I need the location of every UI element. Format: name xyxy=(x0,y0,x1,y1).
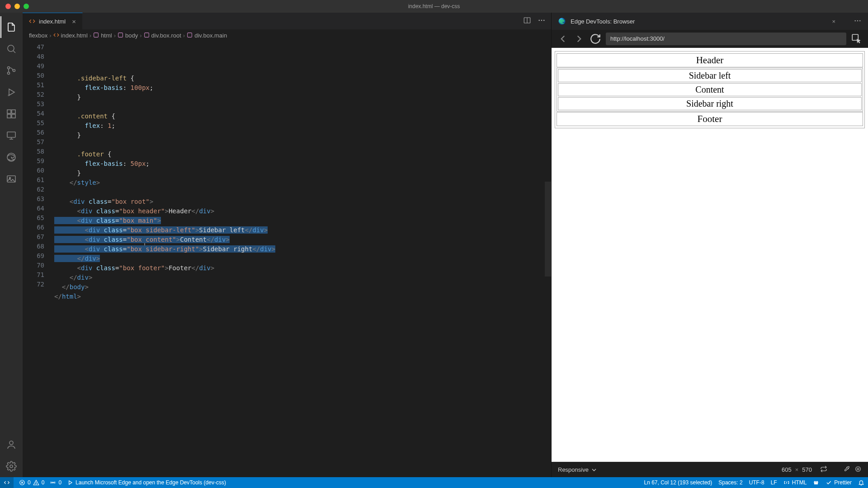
gallery-icon[interactable] xyxy=(0,168,22,190)
devtools-pane: Edge DevTools: Browser × Header Sidebar xyxy=(552,13,868,477)
svg-rect-10 xyxy=(12,114,15,118)
remote-explorer-icon[interactable] xyxy=(0,125,22,146)
preview-main: Sidebar left Content Sidebar right xyxy=(557,68,863,112)
dimension-x: × xyxy=(795,466,799,473)
preview-root: Header Sidebar left Content Sidebar righ… xyxy=(555,51,865,128)
encoding[interactable]: UTF-8 xyxy=(749,479,764,486)
maximize-window-button[interactable] xyxy=(24,4,29,9)
svg-point-6 xyxy=(8,94,9,96)
close-tab-icon[interactable]: × xyxy=(72,18,76,25)
extensions-icon[interactable] xyxy=(0,103,22,125)
breadcrumb-div-main: div.box.main xyxy=(187,32,227,39)
explorer-icon[interactable] xyxy=(0,16,22,38)
back-icon[interactable] xyxy=(557,33,569,45)
svg-point-21 xyxy=(538,20,540,21)
svg-rect-9 xyxy=(7,114,11,118)
devtools-header: Edge DevTools: Browser × xyxy=(552,13,868,30)
svg-point-18 xyxy=(10,465,13,468)
close-window-button[interactable] xyxy=(5,4,11,9)
breadcrumb-div-root: div.box.root xyxy=(144,32,181,39)
svg-rect-11 xyxy=(7,132,15,137)
svg-point-4 xyxy=(13,70,15,72)
responsive-dropdown[interactable]: Responsive xyxy=(558,466,598,474)
devtools-footer: Responsive 605 × 570 xyxy=(552,462,868,477)
inspect-icon[interactable] xyxy=(851,33,863,45)
settings-icon[interactable] xyxy=(0,455,22,477)
svg-rect-33 xyxy=(856,467,861,472)
viewport-height[interactable]: 570 xyxy=(802,466,812,473)
preview-viewport: Header Sidebar left Content Sidebar righ… xyxy=(552,48,868,462)
tab-bar: index.html × xyxy=(23,13,551,30)
indentation[interactable]: Spaces: 2 xyxy=(718,479,742,486)
svg-rect-25 xyxy=(118,33,123,37)
svg-point-23 xyxy=(543,20,545,21)
editor-pane: index.html × flexbox › index.html › html… xyxy=(23,13,552,477)
search-icon[interactable] xyxy=(0,38,22,60)
window-title: index.html — dev-css xyxy=(408,3,460,9)
svg-point-30 xyxy=(857,20,859,21)
preview-sidebar-left: Sidebar left xyxy=(558,69,862,82)
devtools-toggle-icon[interactable] xyxy=(854,465,862,474)
html-file-icon xyxy=(29,18,35,24)
status-bar: 0 0 0 Launch Microsoft Edge and open the… xyxy=(0,477,868,488)
window-controls xyxy=(5,4,29,9)
run-debug-icon[interactable] xyxy=(0,81,22,103)
source-control-icon[interactable] xyxy=(0,60,22,81)
svg-point-34 xyxy=(857,468,859,470)
copilot-icon[interactable] xyxy=(813,479,819,486)
ports-indicator[interactable]: 0 xyxy=(50,479,61,486)
code-editor[interactable]: 4748495051525354555657585960616263646566… xyxy=(23,42,551,477)
svg-point-29 xyxy=(854,20,856,21)
svg-rect-44 xyxy=(814,483,818,484)
breadcrumb-body: body xyxy=(118,32,138,39)
line-number-gutter: 4748495051525354555657585960616263646566… xyxy=(23,42,54,477)
edge-icon xyxy=(558,17,566,25)
minimap[interactable] xyxy=(545,42,551,477)
svg-marker-5 xyxy=(9,89,14,95)
eol[interactable]: LF xyxy=(771,479,777,486)
svg-point-3 xyxy=(8,72,10,75)
minimize-window-button[interactable] xyxy=(14,4,20,9)
tab-label: index.html xyxy=(39,18,66,25)
viewport-width[interactable]: 605 xyxy=(782,466,792,473)
svg-rect-8 xyxy=(12,110,15,113)
svg-point-31 xyxy=(859,20,861,21)
devtools-more-icon[interactable] xyxy=(854,17,862,26)
preview-page[interactable]: Header Sidebar left Content Sidebar righ… xyxy=(554,51,865,459)
breadcrumbs[interactable]: flexbox › index.html › html › body › div… xyxy=(23,30,551,42)
svg-rect-26 xyxy=(144,33,149,37)
notifications-icon[interactable] xyxy=(858,479,864,486)
svg-point-17 xyxy=(9,441,13,445)
prettier-status[interactable]: Prettier xyxy=(826,479,852,486)
rotate-icon[interactable] xyxy=(820,465,827,474)
svg-marker-41 xyxy=(69,481,72,484)
more-actions-icon[interactable] xyxy=(538,16,546,26)
eyedropper-icon[interactable] xyxy=(844,465,851,474)
problems-indicator[interactable]: 0 0 xyxy=(19,479,44,486)
svg-point-2 xyxy=(8,67,10,69)
svg-point-39 xyxy=(36,483,36,484)
reload-icon[interactable] xyxy=(590,33,601,45)
tab-index-html[interactable]: index.html × xyxy=(23,13,83,29)
forward-icon[interactable] xyxy=(573,33,585,45)
accounts-icon[interactable] xyxy=(0,434,22,455)
svg-rect-27 xyxy=(188,33,192,37)
launch-task[interactable]: Launch Microsoft Edge and open the Edge … xyxy=(67,479,226,486)
devtools-title: Edge DevTools: Browser xyxy=(571,18,827,25)
preview-header: Header xyxy=(557,53,863,67)
cursor-position[interactable]: Ln 67, Col 12 (193 selected) xyxy=(644,479,712,486)
devtools-close-icon[interactable]: × xyxy=(832,18,835,25)
svg-point-0 xyxy=(8,45,14,52)
devtools-navbar xyxy=(552,30,868,48)
code-content[interactable]: .sidebar-left { flex-basis: 100px; } .co… xyxy=(54,42,545,477)
edge-tools-icon[interactable] xyxy=(0,146,22,168)
svg-point-22 xyxy=(541,20,542,21)
preview-content: Content xyxy=(558,83,862,96)
chevron-down-icon xyxy=(590,466,598,474)
url-input[interactable] xyxy=(606,33,846,45)
split-editor-icon[interactable] xyxy=(523,16,531,26)
remote-indicator[interactable] xyxy=(0,477,14,488)
language-mode[interactable]: HTML xyxy=(783,479,807,486)
preview-footer: Footer xyxy=(557,112,863,126)
svg-rect-7 xyxy=(7,110,11,113)
